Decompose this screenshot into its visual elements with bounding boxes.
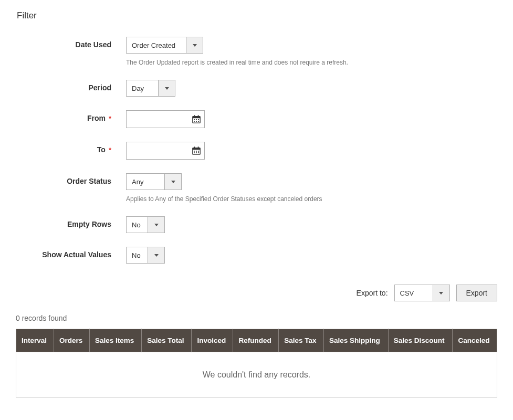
date-used-select[interactable]: Order Created: [126, 37, 203, 54]
from-input-wrap[interactable]: [126, 110, 205, 128]
from-label: From*: [16, 110, 126, 122]
order-status-note: Applies to Any of the Specified Order St…: [126, 195, 497, 203]
field-from: From*: [16, 110, 497, 128]
empty-rows-label: Empty Rows: [16, 216, 126, 228]
chevron-down-icon: [165, 87, 169, 90]
col-sales-total: Sales Total: [142, 329, 192, 352]
show-actual-value[interactable]: No: [127, 247, 148, 263]
to-label-text: To: [97, 145, 106, 154]
date-used-label: Date Used: [16, 37, 126, 49]
col-sales-items: Sales Items: [89, 329, 141, 352]
from-label-text: From: [87, 114, 106, 122]
col-sales-discount: Sales Discount: [388, 329, 453, 352]
required-mark: *: [109, 146, 111, 154]
svg-rect-7: [194, 121, 195, 122]
show-actual-label: Show Actual Values: [16, 247, 126, 259]
from-input[interactable]: [131, 111, 192, 128]
col-sales-tax: Sales Tax: [279, 329, 324, 352]
results-table: Interval Orders Sales Items Sales Total …: [16, 329, 497, 398]
empty-rows-value[interactable]: No: [127, 217, 148, 233]
empty-rows-dropdown-button[interactable]: [148, 217, 164, 233]
chevron-down-icon: [154, 224, 159, 226]
svg-rect-18: [196, 152, 197, 153]
chevron-down-icon: [439, 292, 443, 295]
svg-rect-14: [194, 151, 195, 152]
to-input-wrap[interactable]: [126, 142, 205, 160]
required-mark: *: [109, 114, 111, 122]
field-show-actual: Show Actual Values No: [16, 247, 497, 264]
field-date-used: Date Used Order Created The Order Update…: [16, 37, 497, 66]
calendar-icon[interactable]: [192, 114, 201, 124]
col-orders: Orders: [54, 329, 89, 352]
export-format-dropdown-button[interactable]: [433, 285, 449, 301]
svg-rect-1: [193, 117, 200, 119]
svg-rect-17: [194, 152, 195, 153]
col-interval: Interval: [16, 329, 54, 352]
to-input[interactable]: [131, 142, 192, 159]
date-used-value[interactable]: Order Created: [127, 37, 186, 53]
to-label: To*: [16, 142, 126, 154]
empty-message: We couldn't find any records.: [16, 352, 497, 398]
svg-rect-12: [194, 146, 195, 149]
svg-rect-8: [196, 121, 197, 122]
svg-rect-9: [198, 121, 199, 122]
table-empty-row: We couldn't find any records.: [16, 352, 497, 398]
period-label: Period: [16, 80, 126, 92]
show-actual-dropdown-button[interactable]: [148, 247, 164, 263]
field-period: Period Day: [16, 80, 497, 97]
field-to: To*: [16, 142, 497, 160]
empty-rows-select[interactable]: No: [126, 216, 165, 233]
chevron-down-icon: [193, 44, 197, 47]
col-invoiced: Invoiced: [192, 329, 233, 352]
order-status-label: Order Status: [16, 173, 126, 185]
svg-rect-16: [198, 151, 199, 152]
svg-rect-6: [198, 119, 199, 120]
order-status-dropdown-button[interactable]: [164, 174, 181, 190]
col-sales-shipping: Sales Shipping: [323, 329, 388, 352]
chevron-down-icon: [154, 254, 159, 257]
svg-rect-19: [198, 152, 199, 153]
svg-rect-5: [196, 119, 197, 120]
date-used-dropdown-button[interactable]: [186, 37, 203, 53]
export-label: Export to:: [357, 289, 388, 297]
svg-rect-11: [193, 148, 200, 150]
chevron-down-icon: [171, 181, 175, 183]
field-order-status: Order Status Any Applies to Any of the S…: [16, 173, 497, 203]
export-row: Export to: CSV Export: [16, 285, 497, 301]
svg-rect-4: [194, 119, 195, 120]
export-format-value[interactable]: CSV: [395, 285, 433, 301]
show-actual-select[interactable]: No: [126, 247, 165, 264]
field-empty-rows: Empty Rows No: [16, 216, 497, 233]
filter-heading: Filter: [16, 10, 497, 21]
svg-rect-13: [198, 146, 199, 149]
order-status-value[interactable]: Any: [127, 174, 164, 190]
svg-rect-3: [198, 115, 199, 117]
svg-rect-15: [196, 151, 197, 152]
order-status-select[interactable]: Any: [126, 173, 182, 190]
period-value[interactable]: Day: [127, 80, 158, 96]
period-dropdown-button[interactable]: [158, 80, 175, 96]
col-canceled: Canceled: [453, 329, 497, 352]
period-select[interactable]: Day: [126, 80, 175, 97]
records-found: 0 records found: [16, 314, 497, 322]
svg-rect-2: [194, 115, 195, 117]
table-header-row: Interval Orders Sales Items Sales Total …: [16, 329, 497, 352]
date-used-note: The Order Updated report is created in r…: [126, 59, 497, 66]
export-button[interactable]: Export: [456, 285, 497, 301]
calendar-icon[interactable]: [192, 146, 201, 155]
export-format-select[interactable]: CSV: [394, 285, 450, 301]
col-refunded: Refunded: [233, 329, 279, 352]
